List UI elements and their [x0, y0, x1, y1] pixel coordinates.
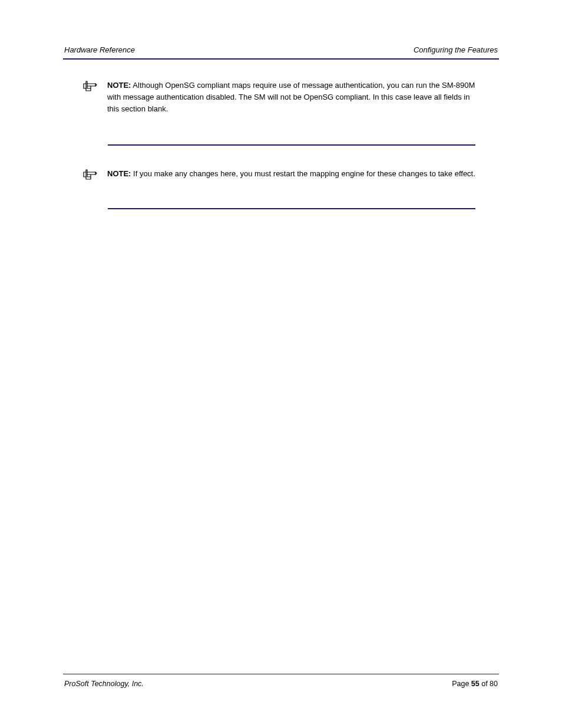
pointer-icon: [82, 168, 99, 183]
footer-page-tail: of 80: [480, 680, 498, 688]
note-divider-top: [108, 144, 475, 146]
header-left: Hardware Reference: [64, 45, 135, 54]
note-text-1: Although OpenSG compliant maps require u…: [107, 81, 475, 113]
note-body-2: NOTE: If you make any changes here, you …: [107, 168, 477, 180]
pointer-icon: [82, 80, 99, 95]
note-label-1: NOTE:: [107, 81, 131, 90]
footer-page-number: 55: [471, 680, 480, 688]
note-divider-bottom: [108, 208, 475, 209]
footer-right: Page 55 of 80: [452, 680, 498, 688]
note-body-1: NOTE: Although OpenSG compliant maps req…: [107, 80, 477, 115]
note-label-2: NOTE:: [107, 169, 131, 178]
header-right: Configuring the Features: [414, 45, 498, 54]
note-text-2: If you make any changes here, you must r…: [131, 169, 475, 178]
footer-divider: [63, 674, 499, 674]
footer-page-prefix: Page: [452, 680, 471, 688]
footer-left: ProSoft Technology, Inc.: [64, 680, 144, 688]
header-divider: [63, 58, 499, 60]
